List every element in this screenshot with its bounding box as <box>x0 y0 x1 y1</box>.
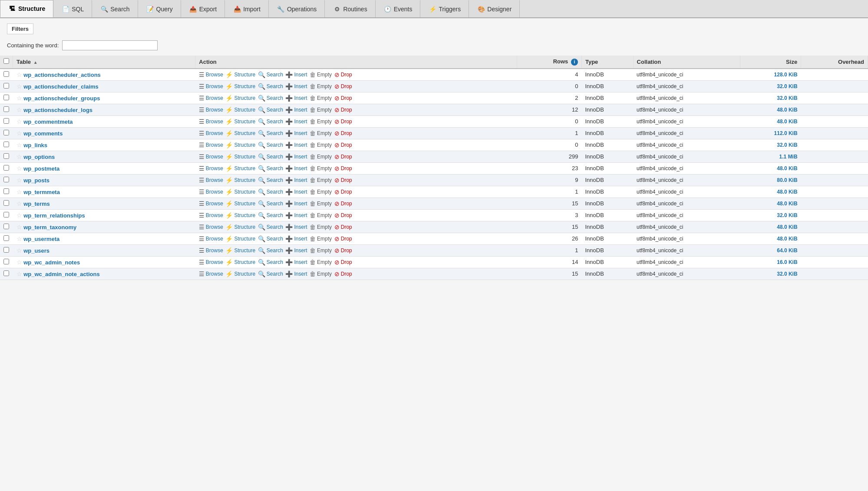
row-checkbox[interactable] <box>3 212 9 217</box>
row-checkbox-cell[interactable] <box>0 233 13 244</box>
favorite-star-icon[interactable]: ☆ <box>17 130 22 137</box>
insert-button[interactable]: ➕ Insert <box>285 153 307 160</box>
row-checkbox[interactable] <box>3 106 9 112</box>
row-checkbox[interactable] <box>3 118 9 124</box>
structure-button[interactable]: ⚡ Structure <box>225 130 255 137</box>
tab-sql[interactable]: 📄 SQL <box>53 0 92 17</box>
empty-button[interactable]: 🗑 Empty <box>310 259 332 266</box>
empty-button[interactable]: 🗑 Empty <box>310 142 332 148</box>
table-name-link[interactable]: wp_users <box>23 247 50 254</box>
empty-button[interactable]: 🗑 Empty <box>310 212 332 219</box>
row-checkbox[interactable] <box>3 270 9 276</box>
row-checkbox[interactable] <box>3 71 9 77</box>
drop-button[interactable]: ⊘ Drop <box>334 235 352 242</box>
table-name-link[interactable]: wp_commentmeta <box>23 119 73 125</box>
insert-button[interactable]: ➕ Insert <box>285 247 307 254</box>
structure-button[interactable]: ⚡ Structure <box>225 224 255 231</box>
browse-button[interactable]: ☰ Browse <box>199 153 223 160</box>
empty-button[interactable]: 🗑 Empty <box>310 200 332 207</box>
empty-button[interactable]: 🗑 Empty <box>310 165 332 172</box>
search-button[interactable]: 🔍 Search <box>258 177 283 184</box>
empty-button[interactable]: 🗑 Empty <box>310 83 332 90</box>
row-checkbox-cell[interactable] <box>0 256 13 268</box>
browse-button[interactable]: ☰ Browse <box>199 177 223 184</box>
row-checkbox[interactable] <box>3 224 9 229</box>
row-checkbox-cell[interactable] <box>0 221 13 233</box>
structure-button[interactable]: ⚡ Structure <box>225 200 255 207</box>
browse-button[interactable]: ☰ Browse <box>199 200 223 207</box>
browse-button[interactable]: ☰ Browse <box>199 142 223 148</box>
structure-button[interactable]: ⚡ Structure <box>225 142 255 148</box>
structure-button[interactable]: ⚡ Structure <box>225 212 255 219</box>
row-checkbox-cell[interactable] <box>0 186 13 198</box>
row-checkbox-cell[interactable] <box>0 198 13 209</box>
drop-button[interactable]: ⊘ Drop <box>334 142 352 148</box>
empty-button[interactable]: 🗑 Empty <box>310 224 332 231</box>
structure-button[interactable]: ⚡ Structure <box>225 188 255 195</box>
search-button[interactable]: 🔍 Search <box>258 200 283 207</box>
select-all-header[interactable] <box>0 56 13 69</box>
insert-button[interactable]: ➕ Insert <box>285 106 307 113</box>
structure-button[interactable]: ⚡ Structure <box>225 247 255 254</box>
empty-button[interactable]: 🗑 Empty <box>310 153 332 160</box>
browse-button[interactable]: ☰ Browse <box>199 71 223 78</box>
favorite-star-icon[interactable]: ☆ <box>17 118 22 125</box>
empty-button[interactable]: 🗑 Empty <box>310 177 332 184</box>
favorite-star-icon[interactable]: ☆ <box>17 106 22 113</box>
favorite-star-icon[interactable]: ☆ <box>17 153 22 160</box>
favorite-star-icon[interactable]: ☆ <box>17 270 22 277</box>
drop-button[interactable]: ⊘ Drop <box>334 153 352 160</box>
favorite-star-icon[interactable]: ☆ <box>17 177 22 184</box>
drop-button[interactable]: ⊘ Drop <box>334 95 352 102</box>
favorite-star-icon[interactable]: ☆ <box>17 259 22 266</box>
insert-button[interactable]: ➕ Insert <box>285 130 307 137</box>
search-button[interactable]: 🔍 Search <box>258 165 283 172</box>
table-name-link[interactable]: wp_usermeta <box>23 236 59 242</box>
row-checkbox-cell[interactable] <box>0 115 13 127</box>
table-name-link[interactable]: wp_termmeta <box>23 189 60 195</box>
drop-button[interactable]: ⊘ Drop <box>334 177 352 184</box>
tab-routines[interactable]: ⚙ Routines <box>325 0 375 17</box>
row-checkbox-cell[interactable] <box>0 244 13 256</box>
drop-button[interactable]: ⊘ Drop <box>334 165 352 172</box>
row-checkbox[interactable] <box>3 142 9 147</box>
row-checkbox[interactable] <box>3 130 9 135</box>
row-checkbox-cell[interactable] <box>0 268 13 280</box>
row-checkbox[interactable] <box>3 83 9 89</box>
browse-button[interactable]: ☰ Browse <box>199 212 223 219</box>
browse-button[interactable]: ☰ Browse <box>199 95 223 102</box>
insert-button[interactable]: ➕ Insert <box>285 142 307 148</box>
structure-button[interactable]: ⚡ Structure <box>225 153 255 160</box>
search-button[interactable]: 🔍 Search <box>258 235 283 242</box>
insert-button[interactable]: ➕ Insert <box>285 270 307 277</box>
structure-button[interactable]: ⚡ Structure <box>225 259 255 266</box>
row-checkbox-cell[interactable] <box>0 139 13 151</box>
empty-button[interactable]: 🗑 Empty <box>310 270 332 277</box>
favorite-star-icon[interactable]: ☆ <box>17 188 22 195</box>
drop-button[interactable]: ⊘ Drop <box>334 212 352 219</box>
favorite-star-icon[interactable]: ☆ <box>17 224 22 231</box>
row-checkbox-cell[interactable] <box>0 162 13 174</box>
browse-button[interactable]: ☰ Browse <box>199 270 223 277</box>
structure-button[interactable]: ⚡ Structure <box>225 71 255 78</box>
tab-designer[interactable]: 🎨 Designer <box>469 0 520 17</box>
tab-operations[interactable]: 🔧 Operations <box>269 0 325 17</box>
tab-events[interactable]: 🕐 Events <box>376 0 421 17</box>
empty-button[interactable]: 🗑 Empty <box>310 247 332 254</box>
drop-button[interactable]: ⊘ Drop <box>334 259 352 266</box>
search-button[interactable]: 🔍 Search <box>258 212 283 219</box>
table-name-link[interactable]: wp_posts <box>23 177 50 184</box>
drop-button[interactable]: ⊘ Drop <box>334 118 352 125</box>
row-checkbox-cell[interactable] <box>0 174 13 186</box>
drop-button[interactable]: ⊘ Drop <box>334 83 352 90</box>
drop-button[interactable]: ⊘ Drop <box>334 270 352 277</box>
col-header-table[interactable]: Table ▲ <box>13 56 195 69</box>
table-name-link[interactable]: wp_term_taxonomy <box>23 224 76 231</box>
browse-button[interactable]: ☰ Browse <box>199 259 223 266</box>
search-button[interactable]: 🔍 Search <box>258 188 283 195</box>
search-button[interactable]: 🔍 Search <box>258 130 283 137</box>
table-name-link[interactable]: wp_terms <box>23 201 50 207</box>
row-checkbox[interactable] <box>3 259 9 264</box>
browse-button[interactable]: ☰ Browse <box>199 83 223 90</box>
row-checkbox-cell[interactable] <box>0 127 13 139</box>
